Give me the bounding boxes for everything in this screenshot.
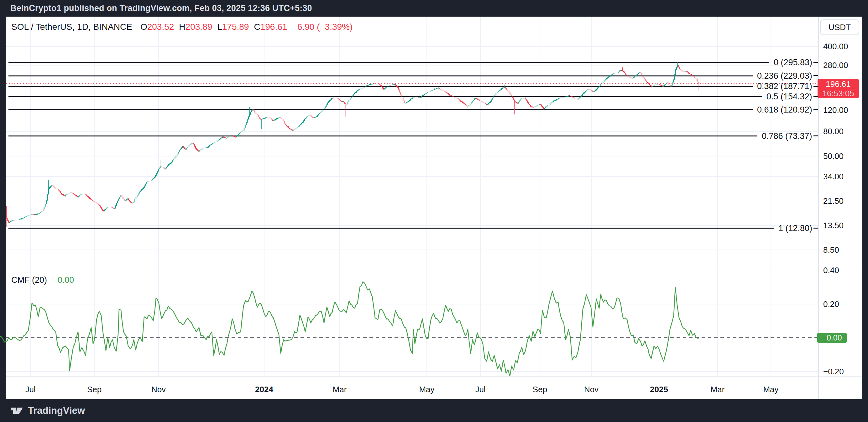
tradingview-branding-link[interactable]: TradingView <box>0 399 868 422</box>
cmf-line <box>0 282 698 376</box>
time-tick-label: Sep <box>533 385 547 394</box>
time-tick-label: 2024 <box>255 385 273 394</box>
fib-level-label: 0.5 (154.32) <box>767 92 812 101</box>
ohlc-high: H203.89 <box>179 22 212 32</box>
axis-tick-label: 13.50 <box>823 221 843 230</box>
time-tick-label: Jul <box>25 385 35 394</box>
axis-tick-label: −0.20 <box>823 367 844 376</box>
tradingview-logo-icon <box>10 405 24 416</box>
fib-level-label: 0 (295.83) <box>774 58 812 67</box>
axis-tick-label: 0.40 <box>823 266 839 275</box>
symbol-legend: SOL / TetherUS, 1D, BINANCE O203.52 H203… <box>11 21 358 33</box>
fib-axis-tick <box>813 109 818 110</box>
bar-countdown: 16:53:05 <box>822 89 854 98</box>
fib-axis-tick <box>813 96 818 97</box>
fib-level-label: 0.382 (187.71) <box>757 82 812 91</box>
fib-level-label: 0.236 (229.03) <box>757 71 812 81</box>
time-tick-label: May <box>419 385 434 394</box>
time-tick-label: Mar <box>333 385 347 394</box>
ohlc-low: L175.89 <box>217 22 249 32</box>
fib-level-label: 0.618 (120.92) <box>757 105 812 115</box>
symbol-title: SOL / TetherUS, 1D, BINANCE <box>11 22 132 32</box>
time-tick-label: 2025 <box>650 385 668 394</box>
cmf-title: CMF (20) <box>11 275 47 285</box>
gridlines-layer <box>6 17 818 376</box>
ohlc-close: C196.61 <box>254 22 287 32</box>
cmf-value-badge: −0.00 <box>817 333 847 343</box>
axis-tick-label: 34.00 <box>823 172 843 181</box>
axis-tick-label: 8.50 <box>823 245 839 254</box>
time-tick-label: May <box>763 385 778 394</box>
fib-axis-tick <box>813 75 818 76</box>
time-tick-label: Sep <box>87 385 101 394</box>
currency-toggle-button[interactable]: USDT <box>820 20 859 35</box>
axis-tick-label: 280.00 <box>823 61 848 70</box>
chart-canvas[interactable] <box>0 0 868 422</box>
fib-lines-layer <box>6 62 818 228</box>
screenshot-stage: BeInCrypto1 published on TradingView.com… <box>0 0 868 422</box>
axis-tick-label: 120.00 <box>823 106 848 115</box>
time-tick-label: Nov <box>151 385 166 394</box>
cmf-value: −0.00 <box>53 275 74 285</box>
axis-tick-label: 50.00 <box>823 151 843 161</box>
cmf-layer <box>0 282 818 376</box>
fib-level-label: 1 (12.80) <box>778 223 812 233</box>
axis-tick-label: 21.50 <box>823 196 843 206</box>
axis-tick-label: 80.00 <box>823 127 843 136</box>
tradingview-wordmark: TradingView <box>28 405 85 416</box>
fib-axis-tick <box>813 62 818 63</box>
axis-tick-label: 0.20 <box>823 299 839 309</box>
fib-level-label: 0.786 (73.37) <box>762 131 812 141</box>
cmf-legend: CMF (20) −0.00 <box>11 275 74 285</box>
axis-tick-label: 400.00 <box>823 42 848 51</box>
last-price-value: 196.61 <box>826 79 851 89</box>
fib-axis-tick <box>813 86 818 87</box>
candles-layer <box>6 62 699 227</box>
fib-axis-tick <box>813 135 818 137</box>
last-price-badge[interactable]: 196.61 16:53:05 <box>817 79 859 98</box>
time-tick-label: Jul <box>475 385 486 394</box>
ohlc-open: O203.52 <box>141 22 174 32</box>
time-tick-label: Nov <box>584 385 598 394</box>
fib-axis-tick <box>813 228 818 229</box>
change-value: −6.90 (−3.39%) <box>292 22 352 32</box>
time-tick-label: Mar <box>711 385 725 394</box>
